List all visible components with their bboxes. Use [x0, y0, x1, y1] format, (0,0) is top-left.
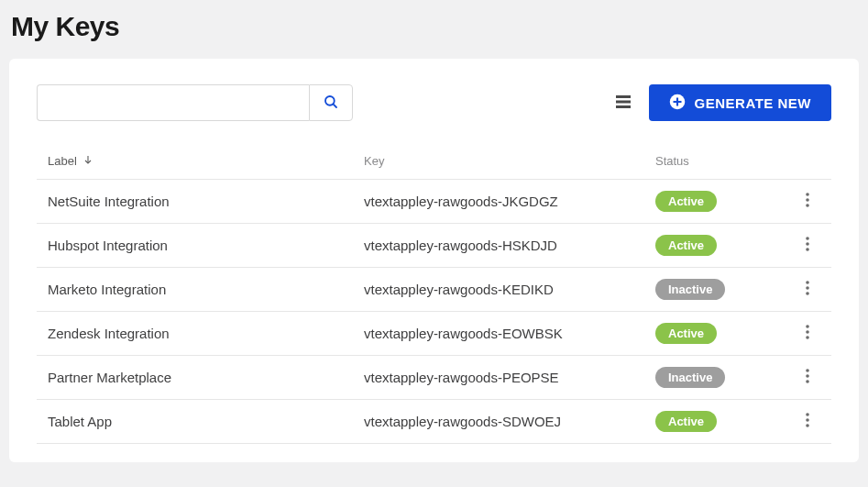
status-badge: Active: [655, 235, 717, 256]
cell-actions: [784, 277, 820, 303]
row-actions-button[interactable]: [795, 409, 820, 435]
column-header-label[interactable]: Label: [48, 154, 364, 168]
svg-line-1: [333, 104, 336, 107]
cell-status: Inactive: [655, 367, 784, 388]
cell-label: Tablet App: [48, 414, 364, 429]
cell-status: Active: [655, 191, 784, 212]
cell-actions: [784, 409, 820, 435]
generate-new-button[interactable]: GENERATE NEW: [649, 84, 831, 121]
row-actions-button[interactable]: [795, 233, 820, 259]
cell-key: vtextappley-rawgoods-EOWBSK: [364, 326, 655, 341]
svg-point-22: [806, 374, 809, 378]
svg-point-12: [806, 237, 809, 240]
status-badge: Active: [655, 323, 717, 344]
svg-rect-4: [616, 105, 631, 108]
table-row: Hubspot Integrationvtextappley-rawgoods-…: [37, 224, 831, 268]
svg-point-24: [806, 413, 809, 416]
cell-label: Partner Marketplace: [48, 370, 364, 385]
svg-point-9: [806, 193, 809, 196]
table-body: NetSuite Integrationvtextappley-rawgoods…: [37, 180, 831, 444]
cell-key: vtextappley-rawgoods-HSKDJD: [364, 238, 655, 253]
svg-point-26: [806, 424, 809, 427]
row-actions-button[interactable]: [795, 365, 820, 391]
status-badge: Inactive: [655, 279, 725, 300]
svg-point-16: [806, 286, 809, 290]
density-toggle-button[interactable]: [612, 92, 634, 114]
cell-actions: [784, 233, 820, 259]
row-actions-button[interactable]: [795, 277, 820, 303]
cell-actions: [784, 365, 820, 391]
svg-rect-2: [616, 95, 631, 98]
cell-status: Inactive: [655, 279, 784, 300]
search-button[interactable]: [309, 84, 353, 121]
svg-point-23: [806, 380, 809, 383]
cell-status: Active: [655, 323, 784, 344]
table-row: Marketo Integrationvtextappley-rawgoods-…: [37, 268, 831, 312]
table-row: NetSuite Integrationvtextappley-rawgoods…: [37, 180, 831, 224]
table-row: Zendesk Integrationvtextappley-rawgoods-…: [37, 312, 831, 356]
row-actions-button[interactable]: [795, 321, 820, 347]
column-header-key[interactable]: Key: [364, 154, 655, 168]
cell-actions: [784, 321, 820, 347]
svg-point-14: [806, 248, 809, 251]
plus-circle-icon: [669, 94, 686, 113]
svg-point-17: [806, 292, 809, 295]
search-input[interactable]: [37, 84, 309, 121]
kebab-icon: [806, 237, 809, 254]
svg-point-25: [806, 418, 809, 422]
kebab-icon: [806, 193, 809, 210]
arrow-down-icon: [82, 154, 93, 168]
generate-label: GENERATE NEW: [695, 95, 811, 111]
page-title: My Keys: [11, 11, 868, 42]
kebab-icon: [806, 369, 809, 386]
keys-table: Label Key Status NetSuite Integrationvte…: [37, 143, 831, 444]
status-badge: Active: [655, 191, 717, 212]
table-row: Partner Marketplacevtextappley-rawgoods-…: [37, 356, 831, 400]
svg-point-19: [806, 330, 809, 334]
svg-point-15: [806, 281, 809, 284]
density-icon: [616, 95, 631, 111]
cell-key: vtextappley-rawgoods-JKGDGZ: [364, 194, 655, 209]
status-badge: Active: [655, 411, 717, 432]
cell-label: Zendesk Integration: [48, 326, 364, 341]
cell-key: vtextappley-rawgoods-PEOPSE: [364, 370, 655, 385]
cell-status: Active: [655, 235, 784, 256]
kebab-icon: [806, 325, 809, 342]
svg-rect-3: [616, 100, 631, 103]
svg-point-20: [806, 336, 809, 339]
cell-label: Marketo Integration: [48, 282, 364, 297]
cell-key: vtextappley-rawgoods-KEDIKD: [364, 282, 655, 297]
search-group: [37, 84, 353, 121]
kebab-icon: [806, 281, 809, 298]
svg-point-11: [806, 204, 809, 207]
svg-point-18: [806, 325, 809, 328]
toolbar: GENERATE NEW: [37, 84, 831, 121]
column-header-status[interactable]: Status: [655, 154, 784, 168]
cell-key: vtextappley-rawgoods-SDWOEJ: [364, 414, 655, 429]
cell-actions: [784, 189, 820, 215]
cell-status: Active: [655, 411, 784, 432]
table-header: Label Key Status: [37, 143, 831, 180]
svg-point-10: [806, 198, 809, 202]
search-icon: [323, 94, 339, 113]
row-actions-button[interactable]: [795, 189, 820, 215]
kebab-icon: [806, 413, 809, 430]
status-badge: Inactive: [655, 367, 725, 388]
svg-rect-7: [673, 100, 681, 102]
svg-point-13: [806, 242, 809, 246]
table-row: Tablet Appvtextappley-rawgoods-SDWOEJAct…: [37, 400, 831, 444]
keys-card: GENERATE NEW Label Key Status NetSuite I…: [9, 59, 859, 462]
cell-label: Hubspot Integration: [48, 238, 364, 253]
svg-point-21: [806, 369, 809, 372]
cell-label: NetSuite Integration: [48, 194, 364, 209]
